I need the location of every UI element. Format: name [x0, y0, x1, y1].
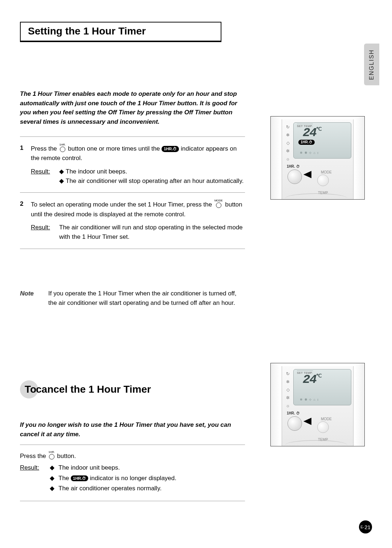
cancel-step: Press the 1HR. button. Result: ◆The indo…	[20, 445, 245, 501]
mode-button-icon: MODE	[215, 199, 223, 208]
step-body: Press the 1HR. button one or more times …	[31, 143, 245, 186]
steps-list: 1 Press the 1HR. button one or more time…	[20, 136, 245, 249]
pointer-arrow-icon	[303, 418, 311, 425]
1hr-button-icon: 1HR.	[49, 451, 55, 459]
mode-button	[317, 175, 329, 186]
page-number: E-21	[359, 520, 372, 533]
temp-display: 24℃	[303, 373, 321, 387]
step1-text-a: Press the	[31, 145, 59, 152]
remote-illustration-2: ↻ ❄ ◇ ✲ ☼ SET TEMP. 24℃ ❄ ❋ ⊹ ⌂ ↕ 1HR. ⏱…	[270, 363, 365, 446]
mode-icons-column: ↻ ❄ ◇ ✲ ☼	[284, 123, 292, 163]
1hr-button-icon: 1HR.	[60, 143, 66, 152]
diamond-bullet-icon: ◆	[59, 176, 66, 186]
auto-icon: ↻	[284, 123, 292, 131]
temp-display: 24℃	[303, 126, 321, 140]
language-label: ENGLISH	[368, 49, 375, 79]
heat-icon: ☼	[284, 155, 292, 163]
cancel-instruction: Press the 1HR. button.	[20, 451, 245, 461]
result-body: ◆The indoor unit beeps. ◆The air conditi…	[59, 167, 245, 186]
mode-button-label: MODE	[321, 417, 332, 421]
dry-icon: ◇	[284, 139, 292, 147]
intro-paragraph: The 1 Hour Timer enables each mode to op…	[20, 89, 245, 126]
note-label: Note	[20, 289, 48, 308]
diamond-bullet-icon: ◆	[50, 483, 58, 494]
step-number: 1	[20, 143, 31, 186]
result-label: Result:	[20, 463, 50, 493]
cool-icon: ❄	[284, 378, 292, 386]
step-1: 1 Press the 1HR. button one or more time…	[20, 136, 245, 192]
language-tab: ENGLISH	[364, 44, 379, 85]
1hr-indicator: 1HR.⏱	[298, 140, 315, 145]
cancel-result: Result: ◆The indoor unit beeps. ◆ The 1H…	[20, 463, 245, 493]
1hr-button-label: 1HR. ⏱	[287, 164, 300, 168]
fan-icon: ✲	[284, 147, 292, 155]
section-title-box: Setting the 1 Hour Timer	[20, 22, 221, 41]
mode-button	[317, 421, 329, 433]
dry-icon: ◇	[284, 386, 292, 394]
auto-icon: ↻	[284, 370, 292, 378]
step1-result: Result: ◆The indoor unit beeps. ◆The air…	[31, 167, 245, 186]
diamond-bullet-icon: ◆	[50, 473, 58, 483]
diamond-bullet-icon: ◆	[59, 167, 66, 176]
step-number: 2	[20, 199, 31, 242]
1hr-button	[287, 416, 302, 431]
result-body: ◆The indoor unit beeps. ◆ The 1HR.⏱ indi…	[50, 463, 245, 493]
step-body: To select an operating mode under the se…	[31, 199, 245, 242]
section-title: Setting the 1 Hour Timer	[28, 25, 213, 37]
step-2: 2 To select an operating mode under the …	[20, 192, 245, 249]
result-label: Result:	[31, 167, 59, 186]
step2-result: Result: The air conditioner will run and…	[31, 223, 245, 242]
heat-icon: ☼	[284, 402, 292, 410]
1hr-button-label: 1HR. ⏱	[287, 411, 300, 415]
step2-text-a: To select an operating mode under the se…	[31, 201, 214, 208]
function-icons-row: ❄ ❋ ⊹ ⌂ ↕	[300, 398, 319, 401]
intro2-paragraph: If you no longer wish to use the 1 Hour …	[20, 420, 245, 439]
cool-icon: ❄	[284, 131, 292, 139]
title-underline	[20, 41, 221, 42]
fan-icon: ✲	[284, 394, 292, 402]
result-body: The air conditioner will run and stop op…	[59, 223, 245, 242]
note-text: If you operate the 1 Hour Timer when the…	[48, 289, 245, 308]
title-circle-accent: To	[20, 380, 38, 398]
mode-icons-column: ↻ ❄ ◇ ✲ ☼	[284, 370, 292, 410]
mode-button-label: MODE	[321, 170, 332, 174]
step1-text-b: button one or more times until the	[68, 145, 162, 152]
function-icons-row: ❄ ❋ ⊹ ⌂ ↕	[300, 151, 319, 155]
1hr-button	[287, 169, 302, 184]
pointer-arrow-icon	[303, 171, 311, 178]
remote-illustration-1: ↻ ❄ ◇ ✲ ☼ SET TEMP. 24℃ 1HR.⏱ ❄ ❋ ⊹ ⌂ ↕ …	[270, 116, 365, 200]
diamond-bullet-icon: ◆	[50, 463, 58, 473]
1hr-indicator-pill: 1HR.⏱	[162, 146, 179, 152]
1hr-indicator-pill: 1HR.⏱	[71, 475, 88, 481]
note-row: Note If you operate the 1 Hour Timer whe…	[20, 289, 245, 308]
result-label: Result:	[31, 223, 59, 242]
